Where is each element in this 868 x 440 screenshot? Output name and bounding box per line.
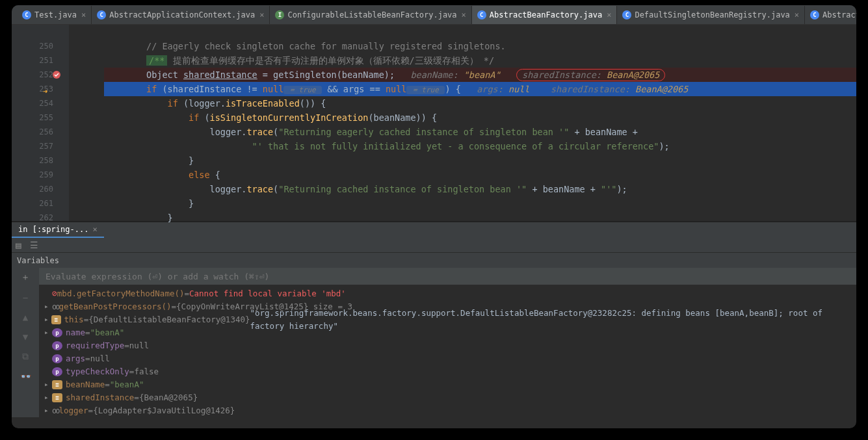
remove-watch-icon[interactable]: − [23,292,28,303]
close-icon[interactable]: × [462,10,466,19]
variables-tree[interactable]: ⊘ mbd.getFactoryMethodName() = Cannot fi… [39,285,856,420]
class-icon: C [22,10,31,19]
variables-panel: Evaluate expression (⏎) or add a watch (… [39,268,856,417]
expand-icon[interactable]: ▸ [44,326,52,339]
threads-icon[interactable]: ☰ [30,240,38,250]
tab-label: AbstractAutowireCapableBeanFactory.java [822,10,856,19]
line-number: 257 [12,139,53,153]
field-icon: ≡ [51,315,61,324]
line-number: 251 [12,53,53,68]
code-line: // Eagerly check singleton cache for man… [104,39,856,53]
variable-row[interactable]: ⊘ mbd.getFactoryMethodName() = Cannot fi… [39,287,856,300]
tab-label: AbstractBeanFactory.java [490,10,602,19]
code-line: if (isSingletonCurrentlyInCreation(beanN… [104,110,856,125]
tab-default-singleton-registry[interactable]: CDefaultSingletonBeanRegistry.java× [617,6,805,24]
error-icon: ⊘ [52,287,57,300]
debug-side-toolbar: ＋ − ▲ ▼ ⧉ 👓 [12,268,39,417]
debug-toolbar: ▤ ☰ [12,238,856,252]
code-line [104,25,856,39]
variable-row[interactable]: prequiredType = null [39,339,856,352]
code-line: Object sharedInstance = getSingleton(bea… [104,68,856,82]
interface-icon: I [275,10,284,19]
code-line: if (logger.isTraceEnabled()) { [104,96,856,110]
glasses-icon[interactable]: 👓 [20,371,31,382]
code-line: } [104,196,856,211]
evaluate-expression-input[interactable]: Evaluate expression (⏎) or add a watch (… [39,268,856,285]
gutter[interactable]: 250 251 252 253 ➜ 254 255 256 257 258 25… [12,25,69,221]
code-line: /** 提前检查单例缓存中是否有手动注册的单例对象（循环依赖/三级缓存相关） *… [104,53,856,68]
line-number: 253 ➜ [12,82,53,96]
close-icon[interactable]: × [92,225,97,234]
up-icon[interactable]: ▲ [23,312,28,322]
variable-row[interactable]: ▸≡sharedInstance = {BeanA@2065} [39,391,856,404]
link-icon: oo [52,404,59,417]
line-number: 262 [12,211,53,225]
layout-icon[interactable]: ▤ [16,240,21,250]
tab-abstract-bean-factory[interactable]: CAbstractBeanFactory.java× [472,6,618,24]
close-icon[interactable]: × [259,10,264,19]
tab-test[interactable]: CTest.java× [17,6,92,24]
link-icon: oo [52,300,59,313]
tab-abstract-app-ctx[interactable]: CAbstractApplicationContext.java× [92,6,270,24]
code-line: } [104,153,856,168]
tab-label: ConfigurableListableBeanFactory.java [287,10,456,19]
variable-row[interactable]: ▸≡beanName = "beanA" [39,378,856,391]
ide-window: CTest.java× CAbstractApplicationContext.… [12,5,856,428]
expand-icon[interactable]: ▸ [44,300,52,313]
line-number: 250 [12,39,53,53]
param-icon: p [52,354,62,363]
line-number: 254 [12,96,53,110]
variable-row[interactable]: ▸≡this = {DefaultListableBeanFactory@134… [39,313,856,326]
close-icon[interactable]: × [795,10,799,19]
class-icon: C [97,10,106,19]
down-icon[interactable]: ▼ [23,331,28,342]
expand-icon[interactable]: ▸ [44,313,51,326]
line-number: 255 [12,110,53,125]
editor-tabs: CTest.java× CAbstractApplicationContext.… [12,5,856,25]
code-area[interactable]: // Eagerly check singleton cache for man… [69,25,856,221]
line-number: 261 [12,196,53,211]
code-editor[interactable]: 250 251 252 253 ➜ 254 255 256 257 258 25… [12,25,856,221]
tab-label: Test.java [34,10,77,19]
code-line: logger.trace("Returning cached instance … [104,182,856,196]
param-icon: p [52,328,62,337]
copy-icon[interactable]: ⧉ [22,351,29,362]
line-number: 259 [12,168,53,182]
line-number: 252 [12,68,53,82]
class-icon: C [477,10,486,19]
tab-label: AbstractApplicationContext.java [109,10,255,19]
expand-icon[interactable]: ▸ [44,378,52,391]
tab-label: DefaultSingletonBeanRegistry.java [635,10,789,19]
line-number [12,25,53,39]
code-line: "' that is not fully initialized yet - a… [104,139,856,153]
tab-autowire-capable-factory[interactable]: CAbstractAutowireCapableBeanFactory.java… [805,6,856,24]
breakpoint-icon[interactable] [52,70,61,79]
code-line: logger.trace("Returning eagerly cached i… [104,125,856,139]
field-icon: ≡ [52,380,62,389]
code-line: else { [104,168,856,182]
line-number: 260 [12,182,53,196]
variable-row[interactable]: ▸oo logger = {LogAdapter$JavaUtilLog@142… [39,404,856,417]
code-line-current: if (sharedInstance != null = true && arg… [104,82,856,96]
debug-body: ＋ − ▲ ▼ ⧉ 👓 Evaluate expression (⏎) or a… [12,268,856,417]
variable-row[interactable]: pargs = null [39,352,856,365]
param-icon: p [52,341,62,350]
variable-row[interactable]: ptypeCheckOnly = false [39,365,856,378]
close-icon[interactable]: × [81,10,86,19]
tab-configurable-factory[interactable]: IConfigurableListableBeanFactory.java× [270,6,471,24]
line-number: 256 [12,125,53,139]
expand-icon[interactable]: ▸ [44,391,52,404]
expand-icon[interactable]: ▸ [44,404,52,417]
class-icon: C [810,10,819,19]
line-number: 258 [12,153,53,168]
code-line: } [104,211,856,225]
close-icon[interactable]: × [607,10,611,19]
param-icon: p [52,367,62,376]
class-icon: C [622,10,631,19]
add-watch-icon[interactable]: ＋ [21,272,30,283]
variables-header: Variables [12,252,856,268]
field-icon: ≡ [52,393,62,402]
